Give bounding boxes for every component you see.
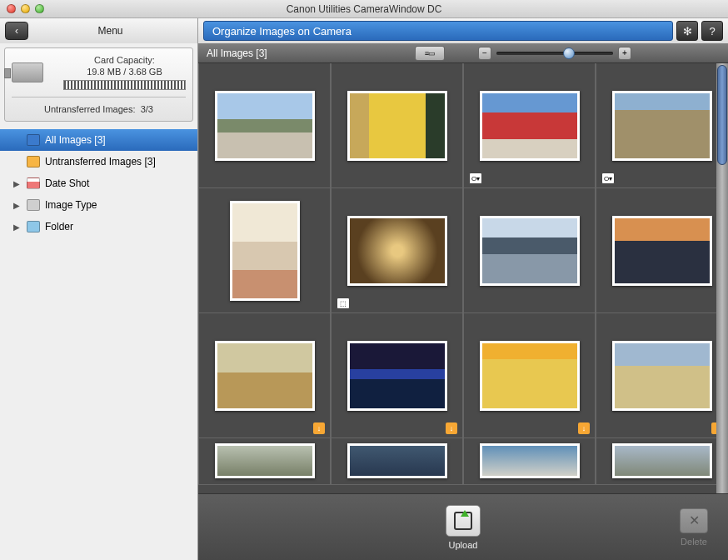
window-title: Canon Utilities CameraWindow DC <box>0 3 728 15</box>
thumbnail-cell[interactable]: O▾ <box>596 63 728 188</box>
action-bar: Upload ✕ Delete <box>198 493 728 560</box>
thumbnail-image[interactable] <box>347 91 447 161</box>
disclosure-triangle-icon: ▶ <box>13 179 22 188</box>
help-icon: ? <box>709 25 715 38</box>
camera-icon <box>12 58 55 88</box>
menu-section: ‹ Menu <box>0 18 198 43</box>
thumbnail-image[interactable] <box>215 341 315 411</box>
thumbnail-cell[interactable] <box>198 63 331 188</box>
main-panel: All Images [3] ≡▭ − + O▾O▾⬚↓↓↓↓ Upload <box>198 43 728 560</box>
thumbnail-image[interactable] <box>215 91 315 161</box>
thumbnail-cell[interactable] <box>198 438 331 485</box>
tree-folder[interactable]: ▶ Folder <box>0 216 197 238</box>
thumbnail-image[interactable] <box>347 216 447 286</box>
protect-badge-icon: O▾ <box>469 172 482 184</box>
zoom-slider-thumb[interactable] <box>563 48 575 59</box>
thumbnail-cell[interactable] <box>596 188 728 313</box>
tree-image-type[interactable]: ▶ Image Type <box>0 194 197 216</box>
chevron-left-icon: ‹ <box>15 25 18 37</box>
thumbnail-image[interactable] <box>480 91 580 161</box>
capacity-progress-bar <box>63 80 186 90</box>
help-button[interactable]: ? <box>701 21 723 41</box>
thumbnail-cell[interactable]: O▾ <box>463 63 596 188</box>
settings-button[interactable]: ✻ <box>676 21 698 41</box>
thumbnail-image[interactable] <box>612 91 712 161</box>
thumbnail-cell[interactable]: ↓ <box>463 313 596 438</box>
transfer-flag-icon: ↓ <box>446 422 457 434</box>
untransferred-icon <box>27 156 40 168</box>
magnifier-minus-icon: − <box>482 48 487 58</box>
thumbnail-image[interactable] <box>612 216 712 286</box>
thumbnail-cell[interactable] <box>331 438 463 485</box>
magnifier-plus-icon: + <box>622 48 627 58</box>
thumbnail-image[interactable] <box>347 341 447 411</box>
tree-untransferred[interactable]: Untransferred Images [3] <box>0 151 197 172</box>
tree-date-shot[interactable]: ▶ Date Shot <box>0 172 197 194</box>
delete-button[interactable]: ✕ <box>680 508 708 533</box>
thumbnail-cell[interactable] <box>331 63 463 188</box>
thumbnail-grid: O▾O▾⬚↓↓↓↓ <box>198 63 728 485</box>
untransferred-label: Untransferred Images: <box>44 104 135 114</box>
disclosure-triangle-icon: ▶ <box>13 201 22 210</box>
thumbnail-cell[interactable] <box>198 188 331 313</box>
thumbnail-image[interactable] <box>612 443 712 478</box>
list-icon: ≡▭ <box>425 49 435 58</box>
scrollbar-thumb[interactable] <box>717 65 727 165</box>
back-button[interactable]: ‹ <box>5 22 28 40</box>
organize-section: Organize Images on Camera ✻ ? <box>198 18 728 43</box>
upload-label: Upload <box>449 540 478 550</box>
transfer-flag-icon: ↓ <box>578 422 590 434</box>
thumbnail-cell[interactable]: ↓ <box>331 313 463 438</box>
organize-title: Organize Images on Camera <box>203 21 673 41</box>
tree-label: Untransferred Images [3] <box>45 156 156 168</box>
list-view-button[interactable]: ≡▭ <box>415 46 445 61</box>
all-images-icon <box>27 134 40 146</box>
thumbnail-cell[interactable]: ↓ <box>596 313 728 438</box>
grid-header-label: All Images [3] <box>198 48 415 59</box>
tree-all-images[interactable]: All Images [3] <box>0 129 197 151</box>
untransferred-value: 3/3 <box>141 104 153 114</box>
thumbnail-image[interactable] <box>612 341 712 411</box>
zoom-slider[interactable] <box>496 52 613 55</box>
thumbnail-image[interactable] <box>480 341 580 411</box>
zoom-in-button[interactable]: + <box>618 47 631 60</box>
thumbnail-cell[interactable] <box>463 438 596 485</box>
upload-icon <box>454 512 472 530</box>
protect-badge-icon: ⬚ <box>337 298 350 309</box>
tree-label: All Images [3] <box>45 134 106 146</box>
thumbnail-image[interactable] <box>480 216 580 286</box>
grid-header: All Images [3] ≡▭ − + <box>198 43 728 63</box>
thumbnail-cell[interactable]: ⬚ <box>331 188 463 313</box>
transfer-flag-icon: ↓ <box>313 422 325 434</box>
thumbnail-image[interactable] <box>347 443 447 478</box>
tree-label: Folder <box>45 221 73 232</box>
vertical-scrollbar[interactable] <box>716 63 728 493</box>
sidebar: Card Capacity: 19.8 MB / 3.68 GB Untrans… <box>0 43 198 560</box>
tree-label: Image Type <box>45 199 97 211</box>
card-capacity-label: Card Capacity: <box>63 55 186 65</box>
thumbnail-cell[interactable]: ↓ <box>198 313 331 438</box>
image-type-icon <box>27 199 40 211</box>
calendar-icon <box>27 178 40 189</box>
thumbnail-cell[interactable] <box>463 188 596 313</box>
disclosure-triangle-icon: ▶ <box>13 222 22 232</box>
thumbnail-image[interactable] <box>215 443 315 478</box>
window-titlebar: Canon Utilities CameraWindow DC <box>0 0 728 18</box>
protect-badge-icon: O▾ <box>601 172 615 184</box>
menu-label: Menu <box>28 25 192 37</box>
card-capacity-value: 19.8 MB / 3.68 GB <box>63 67 186 77</box>
zoom-out-button[interactable]: − <box>478 47 491 60</box>
thumbnail-image[interactable] <box>480 443 580 478</box>
thumbnail-image[interactable] <box>230 201 300 301</box>
tree-label: Date Shot <box>45 178 89 189</box>
category-tree: All Images [3] Untransferred Images [3] … <box>0 126 197 238</box>
close-icon: ✕ <box>689 512 700 528</box>
card-capacity-panel: Card Capacity: 19.8 MB / 3.68 GB Untrans… <box>4 48 193 122</box>
folder-icon <box>27 221 40 232</box>
gear-icon: ✻ <box>683 25 692 38</box>
thumbnail-cell[interactable] <box>596 438 728 485</box>
delete-label: Delete <box>681 537 707 547</box>
upload-button[interactable] <box>446 505 481 537</box>
